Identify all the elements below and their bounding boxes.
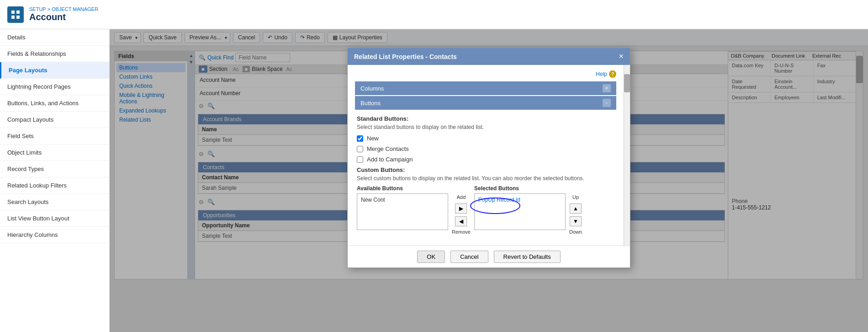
sidebar-item-field-sets[interactable]: Field Sets	[0, 128, 109, 145]
add-remove-controls: Add ▶ ◀ Remove	[452, 185, 471, 236]
modal-dialog: Related List Properties - Contacts × Hel…	[347, 48, 630, 268]
sidebar-item-compact-layouts[interactable]: Compact Layouts	[0, 112, 109, 128]
svg-rect-3	[16, 16, 20, 19]
checkbox-merge-row: Merge Contacts	[357, 145, 614, 152]
revert-to-defaults-button[interactable]: Revert to Defaults	[494, 251, 561, 263]
modal-scroll-thumb[interactable]	[624, 74, 630, 92]
sidebar-item-page-layouts[interactable]: Page Layouts	[0, 62, 109, 79]
modal-cancel-button[interactable]: Cancel	[450, 251, 488, 263]
checkbox-campaign-label: Add to Campaign	[367, 156, 413, 163]
app-icon	[7, 6, 24, 23]
page-header: SETUP > OBJECT MANAGER Account	[0, 0, 868, 29]
columns-label: Columns	[360, 85, 384, 92]
sidebar-item-record-types[interactable]: Record Types	[0, 161, 109, 177]
sidebar: Details Fields & Relationships Page Layo…	[0, 29, 110, 332]
checkbox-merge-contacts[interactable]	[357, 146, 363, 152]
buttons-section-content: Standard Buttons: Select standard button…	[355, 111, 616, 240]
modal-close-button[interactable]: ×	[619, 52, 624, 61]
modal-help-row: Help ?	[355, 70, 616, 78]
sidebar-item-buttons-links-actions[interactable]: Buttons, Links, and Actions	[0, 95, 109, 112]
modal-scrollbar[interactable]	[624, 65, 630, 246]
selected-button-popup-record-id[interactable]: PopUp Record Id	[476, 196, 563, 204]
modal-footer: OK Cancel Revert to Defaults	[348, 246, 630, 268]
standard-buttons-heading: Standard Buttons:	[357, 115, 614, 122]
sidebar-item-related-lookup-filters[interactable]: Related Lookup Filters	[0, 177, 109, 194]
add-label: Add	[457, 194, 466, 200]
columns-expand-icon: +	[603, 84, 611, 92]
available-buttons-container: Available Buttons New Cont	[357, 185, 448, 230]
sidebar-item-search-layouts[interactable]: Search Layouts	[0, 194, 109, 210]
page-title: Account	[29, 12, 98, 22]
selected-buttons-box: PopUp Record Id	[474, 193, 566, 230]
remove-arrow-button[interactable]: ◀	[455, 216, 467, 226]
available-buttons-header: Available Buttons	[357, 185, 448, 192]
content-area: Save Quick Save Preview As... Cancel ↶ U…	[110, 29, 868, 332]
available-buttons-box: New Cont	[357, 193, 448, 230]
buttons-collapse-icon: -	[603, 99, 611, 107]
buttons-label: Buttons	[360, 100, 381, 107]
up-arrow-button[interactable]: ▲	[570, 203, 582, 214]
help-icon[interactable]: ?	[609, 70, 616, 78]
custom-buttons-heading: Custom Buttons:	[357, 166, 614, 173]
down-label: Down	[569, 229, 582, 235]
checkbox-merge-label: Merge Contacts	[367, 145, 409, 152]
sidebar-item-list-view-button-layout[interactable]: List View Button Layout	[0, 210, 109, 227]
checkbox-new-row: New	[357, 135, 614, 142]
up-down-controls: Up ▲ ▼ Down	[569, 185, 582, 236]
selected-buttons-container: Selected Buttons PopUp Record Id	[474, 185, 566, 230]
available-button-new-cont[interactable]: New Cont	[359, 196, 446, 204]
custom-buttons-desc: Select custom buttons to display on the …	[357, 175, 614, 182]
svg-rect-1	[16, 11, 20, 14]
ok-button[interactable]: OK	[417, 251, 445, 263]
modal-body: Help ? Columns + Buttons -	[348, 65, 624, 246]
checkbox-new-label: New	[367, 135, 379, 142]
standard-buttons-desc: Select standard buttons to display on th…	[357, 124, 614, 130]
buttons-accordion[interactable]: Buttons -	[355, 96, 616, 110]
modal-body-wrap: Help ? Columns + Buttons -	[348, 65, 630, 246]
modal-title: Related List Properties - Contacts	[354, 53, 457, 60]
selected-buttons-header: Selected Buttons	[474, 185, 566, 192]
sidebar-item-lightning-record-pages[interactable]: Lightning Record Pages	[0, 79, 109, 95]
down-arrow-button[interactable]: ▼	[570, 216, 582, 226]
up-label: Up	[572, 194, 579, 200]
custom-buttons-layout: Available Buttons New Cont Add ▶	[357, 185, 614, 236]
sidebar-item-details[interactable]: Details	[0, 29, 109, 46]
checkbox-new[interactable]	[357, 135, 363, 142]
svg-rect-0	[11, 11, 15, 14]
svg-rect-2	[11, 16, 15, 19]
sidebar-item-fields-relationships[interactable]: Fields & Relationships	[0, 46, 109, 62]
add-arrow-button[interactable]: ▶	[455, 203, 467, 214]
sidebar-item-object-limits[interactable]: Object Limits	[0, 145, 109, 161]
main-layout: Details Fields & Relationships Page Layo…	[0, 29, 868, 332]
modal-overlay: Related List Properties - Contacts × Hel…	[110, 29, 868, 332]
breadcrumb[interactable]: SETUP > OBJECT MANAGER	[29, 6, 98, 12]
checkbox-campaign-row: Add to Campaign	[357, 156, 614, 163]
help-link[interactable]: Help	[596, 71, 607, 77]
modal-header: Related List Properties - Contacts ×	[348, 48, 630, 65]
custom-buttons-section: Custom Buttons: Select custom buttons to…	[357, 166, 614, 236]
columns-accordion[interactable]: Columns +	[355, 81, 616, 95]
remove-label: Remove	[452, 229, 471, 235]
checkbox-add-to-campaign[interactable]	[357, 156, 363, 163]
sidebar-item-hierarchy-columns[interactable]: Hierarchy Columns	[0, 227, 109, 243]
